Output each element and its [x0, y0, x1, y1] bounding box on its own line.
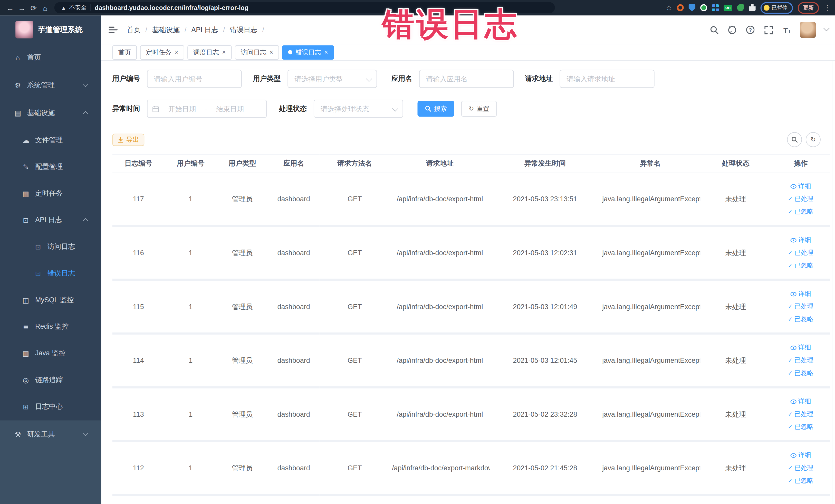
- tab-close-icon[interactable]: ×: [324, 49, 328, 56]
- process-status-select-input[interactable]: [314, 100, 403, 118]
- mark-processed-link[interactable]: ✓ 已处理: [788, 302, 813, 311]
- extensions-puzzle-icon[interactable]: [749, 4, 756, 11]
- mark-ignored-link[interactable]: ✓ 已忽略: [788, 261, 813, 270]
- mark-ignored-link[interactable]: ✓ 已忽略: [788, 315, 813, 324]
- sidebar-item[interactable]: ⌂ 首页: [0, 44, 101, 72]
- end-date-input[interactable]: [209, 104, 251, 113]
- sidebar-item[interactable]: ⊡ 访问日志: [0, 234, 101, 260]
- mark-ignored-link[interactable]: ✓ 已忽略: [788, 423, 813, 431]
- extension-on-badge[interactable]: on: [724, 5, 732, 11]
- sidebar-item[interactable]: ≣ Redis 监控: [0, 313, 101, 340]
- sidebar-item[interactable]: ⚒ 研发工具: [0, 420, 101, 448]
- home-icon[interactable]: ⌂: [40, 3, 51, 12]
- forward-icon[interactable]: →: [16, 3, 28, 12]
- user-menu-caret-icon[interactable]: [823, 25, 829, 31]
- sidebar-item[interactable]: ✎ 配置管理: [0, 154, 101, 180]
- app-name-input[interactable]: [419, 70, 514, 88]
- mark-processed-link[interactable]: ✓ 已处理: [788, 356, 813, 365]
- url-text[interactable]: dashboard.yudao.iocoder.cn/infra/log/api…: [95, 4, 248, 12]
- collapse-menu-icon[interactable]: [108, 27, 118, 33]
- help-icon[interactable]: ?: [746, 25, 755, 35]
- detail-link[interactable]: 详细: [790, 236, 811, 244]
- main-content: 用户编号 用户类型 应用名 请求地址 异常时间 - 处理状态: [101, 61, 835, 504]
- address-bar[interactable]: ▲ 不安全 dashboard.yudao.iocoder.cn/infra/l…: [55, 2, 555, 13]
- toggle-search-icon[interactable]: [787, 132, 802, 147]
- browser-menu-icon[interactable]: ⋮: [824, 4, 831, 12]
- breadcrumb-item[interactable]: 首页: [127, 25, 147, 35]
- paused-badge[interactable]: 已暂停: [760, 2, 793, 14]
- mark-processed-link[interactable]: ✓ 已处理: [788, 248, 813, 257]
- fullscreen-icon[interactable]: [763, 25, 773, 35]
- extension-green-icon[interactable]: [700, 4, 707, 11]
- sidebar-item[interactable]: ▦ 定时任务: [0, 180, 101, 207]
- search-button[interactable]: 搜索: [418, 101, 454, 117]
- mark-processed-link[interactable]: ✓ 已处理: [788, 463, 813, 472]
- user-id-input[interactable]: [147, 70, 242, 88]
- extension-shield-icon[interactable]: [688, 4, 695, 11]
- log-center-icon: ⊞: [21, 403, 30, 410]
- process-status-select[interactable]: [314, 100, 403, 118]
- table-row: 116 1 管理员 dashboard GET /api/infra/db-do…: [113, 226, 830, 280]
- search-button-label: 搜索: [434, 104, 447, 113]
- extension-leaf-icon[interactable]: [737, 4, 744, 11]
- mark-processed-link[interactable]: ✓ 已处理: [788, 194, 813, 203]
- user-type-select-input[interactable]: [287, 70, 377, 88]
- search-icon[interactable]: [709, 25, 719, 35]
- mark-processed-link[interactable]: ✓ 已处理: [788, 410, 813, 419]
- tab-close-icon[interactable]: ×: [222, 49, 226, 56]
- extension-orange-icon[interactable]: [677, 4, 684, 11]
- tab-close-icon[interactable]: ×: [269, 49, 273, 56]
- request-url-input[interactable]: [559, 70, 654, 88]
- reload-icon[interactable]: ⟳: [28, 3, 40, 12]
- sidebar-item[interactable]: ◫ MySQL 监控: [0, 286, 101, 313]
- sidebar-item[interactable]: ⊞ 日志中心: [0, 393, 101, 420]
- cell-app-name: dashboard: [268, 280, 320, 334]
- sidebar-item[interactable]: ☁ 文件管理: [0, 127, 101, 154]
- detail-link[interactable]: 详细: [790, 343, 811, 352]
- page-tab[interactable]: 调度日志 ×: [187, 45, 231, 59]
- extension-grid-icon[interactable]: [712, 4, 719, 11]
- breadcrumb-item[interactable]: 基础设施: [152, 25, 187, 35]
- github-icon[interactable]: [728, 25, 737, 35]
- mark-ignored-link[interactable]: ✓ 已忽略: [788, 476, 813, 485]
- row-actions: 详细 ✓ 已处理 ✓ 已忽略: [773, 442, 828, 494]
- breadcrumb-item[interactable]: 错误日志: [230, 25, 264, 35]
- page-tab[interactable]: 访问日志 ×: [235, 45, 279, 59]
- detail-link[interactable]: 详细: [790, 397, 811, 406]
- detail-link[interactable]: 详细: [790, 451, 811, 460]
- reset-button[interactable]: ↻ 重置: [461, 101, 497, 117]
- font-size-icon[interactable]: TT: [782, 25, 791, 35]
- mark-ignored-link[interactable]: ✓ 已忽略: [788, 369, 813, 378]
- refresh-table-icon[interactable]: ↻: [806, 132, 821, 147]
- sidebar-item[interactable]: ▥ Java 监控: [0, 340, 101, 367]
- sidebar-item[interactable]: ⊡ API 日志: [0, 207, 101, 234]
- user-type-select[interactable]: [287, 70, 377, 88]
- detail-link[interactable]: 详细: [790, 182, 811, 191]
- back-icon[interactable]: ←: [4, 3, 16, 12]
- breadcrumb-item[interactable]: API 日志: [191, 25, 225, 35]
- sidebar-item[interactable]: ⊡ 错误日志: [0, 260, 101, 287]
- start-date-input[interactable]: [161, 104, 203, 113]
- check-icon: ✓: [788, 316, 793, 323]
- bookmark-star-icon[interactable]: ☆: [666, 4, 672, 12]
- app-title: 芋道管理系统: [38, 25, 82, 34]
- page-tab[interactable]: 错误日志 ×: [282, 45, 334, 59]
- sidebar-item[interactable]: ◎ 链路追踪: [0, 367, 101, 394]
- export-button[interactable]: 导出: [113, 134, 144, 146]
- detail-link[interactable]: 详细: [790, 289, 811, 298]
- page-tab[interactable]: 定时任务 ×: [140, 45, 184, 59]
- scrollbar-track[interactable]: [832, 61, 832, 504]
- tab-close-icon[interactable]: ×: [175, 49, 178, 56]
- page-tab[interactable]: 首页: [113, 45, 137, 59]
- security-chip[interactable]: ▲ 不安全: [61, 4, 87, 12]
- app-logo-row[interactable]: 芋道管理系统: [0, 15, 101, 41]
- user-avatar[interactable]: [800, 22, 816, 38]
- update-button[interactable]: 更新: [798, 2, 819, 14]
- sidebar-item-label: API 日志: [35, 215, 62, 225]
- mark-processed-label: 已处理: [794, 463, 813, 472]
- sidebar-item[interactable]: ▤ 基础设施: [0, 99, 101, 127]
- sidebar-item[interactable]: ⚙ 系统管理: [0, 72, 101, 99]
- cell-user-type: 管理员: [217, 173, 268, 226]
- mark-ignored-link[interactable]: ✓ 已忽略: [788, 207, 813, 216]
- exception-time-range-picker[interactable]: -: [147, 100, 267, 118]
